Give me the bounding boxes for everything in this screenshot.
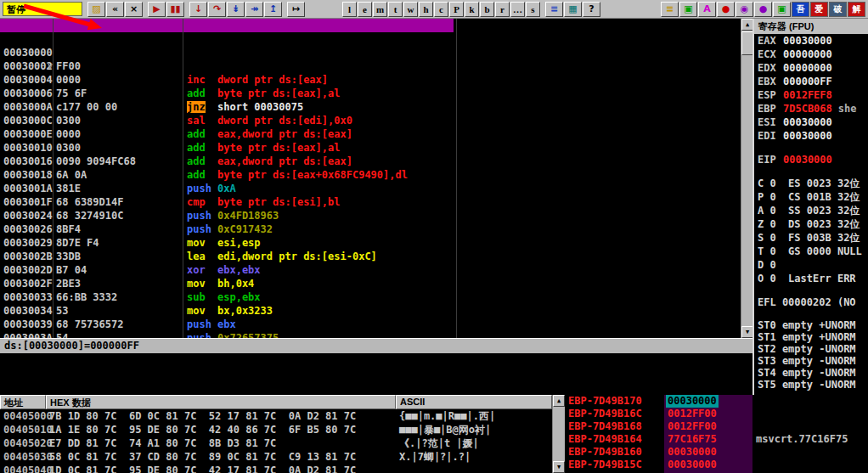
disasm-row[interactable]: 00030029 33DB xorebx,ebx [0, 209, 454, 222]
stack-row[interactable]: EBP-7D49B160 00030000 [565, 446, 868, 459]
letter-button[interactable]: b [480, 2, 494, 17]
letter-button[interactable]: m [373, 2, 387, 17]
step-over-button[interactable]: ↷ [208, 2, 226, 17]
disassembly-pane[interactable]: 00030000 FF00 incdword ptr ds:[eax] 0003… [0, 19, 741, 338]
wu-char-button[interactable]: 吾 [792, 2, 809, 17]
disasm-row[interactable]: 00030024 8BF4 movesi,esp [0, 182, 454, 195]
run-button[interactable]: ▶ [148, 2, 166, 17]
stack-pane[interactable]: EBP-7D49B170 00030000 EBP-7D49B16C 0012F… [565, 395, 868, 473]
jie-char-button[interactable]: 解 [848, 2, 865, 17]
list-lines-icon-button[interactable]: ≡ [661, 2, 679, 17]
fpu-row[interactable]: ST1 empty +UNORM [754, 331, 868, 343]
flag-row[interactable]: C 0 ES 0023 32位 [754, 177, 868, 190]
execute-till-return-button[interactable]: ↥ [264, 2, 282, 17]
stack-row[interactable]: EBP-7D49B16C 0012FF00 [565, 408, 868, 420]
flag-row[interactable]: S 0 FS 003B 32位 [754, 231, 868, 245]
registers-pane[interactable]: 寄存器 (FPU) EAX00030000ECX00000000EDX00000… [752, 19, 868, 395]
fpu-row[interactable]: ST4 empty -UNORM [754, 367, 868, 379]
scroll-up-icon[interactable]: ▲ [553, 395, 565, 407]
dump-pane[interactable]: 地址 HEX 数据 ASCII 00405000 7B 1D 80 7C 6D … [0, 395, 552, 473]
dump-row[interactable]: 00405030 58 0C 81 7C 37 CD 80 7C 89 0C 8… [0, 450, 552, 464]
disasm-row[interactable]: 0003003A 33D2 xoredx,edx [0, 304, 454, 318]
disasm-row[interactable]: 0003003C 64:8B5A 30 movebx,dword ptr fs:… [0, 318, 454, 331]
fpu-row[interactable]: ST0 empty +UNORM [754, 319, 868, 331]
eip-row[interactable]: EIP00030000 [754, 153, 868, 166]
stack-row[interactable]: EBP-7D49B170 00030000 [565, 395, 868, 408]
disasm-row[interactable]: 00030000 FF00 incdword ptr ds:[eax] [0, 19, 454, 32]
efl-row[interactable]: EFL 00000202 (NO [754, 296, 868, 309]
disasm-row[interactable]: v 00030004 75 6F jnzshort 00030075 [0, 46, 454, 59]
disasm-row[interactable]: 00030033 53 pushebx [0, 263, 454, 277]
disasm-row[interactable]: 00030026 8D7E F4 leaedi,dword ptr ds:[es… [0, 195, 454, 209]
go-to-button[interactable]: ↦ [287, 2, 305, 17]
register-row[interactable]: EBP7D5CB068she [754, 102, 868, 115]
disasm-row[interactable]: 00030016 6A 0A push0xA [0, 127, 454, 141]
dump-row[interactable]: 00405020 E7 DD 81 7C 74 A1 80 7C 8B D3 8… [0, 436, 552, 450]
letter-button[interactable]: c [434, 2, 448, 17]
disasm-row[interactable]: 00030010 0090 9094FC68 addbyte ptr ds:[e… [0, 114, 454, 127]
step-into-button[interactable]: ↓ [189, 2, 207, 17]
red-dot-icon-button[interactable]: ● [717, 2, 735, 17]
register-row[interactable]: ESP0012FEF8 [754, 88, 868, 102]
stack-row[interactable]: EBP-7D49B15C 00030000 [565, 459, 868, 471]
windows-list-button[interactable]: ▦ [564, 2, 582, 17]
letter-button[interactable]: e [358, 2, 372, 17]
flag-row[interactable]: P 0 CS 001B 32位 [754, 190, 868, 204]
stack-row[interactable]: EBP-7D49B168 0012FF00 [565, 420, 868, 433]
disasm-row[interactable]: 0003002F 66:BB 3332 movbx,0x3233 [0, 250, 454, 263]
menu-lines-button[interactable]: ≡ [545, 2, 563, 17]
disasm-row[interactable]: 0003002B B7 04 movbh,0x4 [0, 222, 454, 236]
purple-dot-icon-button[interactable]: ● [754, 2, 772, 17]
dump-row[interactable]: 00405000 7B 1D 80 7C 6D 0C 81 7C 52 17 8… [0, 409, 552, 423]
register-row[interactable]: EDX00000000 [754, 61, 868, 75]
dump-row[interactable]: 00405010 1A 1E 80 7C 95 DE 80 7C 42 40 8… [0, 423, 552, 436]
letter-button[interactable]: w [403, 2, 418, 17]
flag-row[interactable]: O 0 LastErr ERR [754, 272, 868, 285]
flag-row[interactable]: A 0 SS 0023 32位 [754, 204, 868, 217]
letter-button[interactable]: h [419, 2, 433, 17]
disasm-row[interactable]: 00030002 0000 addbyte ptr ds:[eax],al [0, 32, 454, 46]
register-row[interactable]: ECX00000000 [754, 48, 868, 61]
scroll-down-icon[interactable]: ▼ [741, 326, 753, 338]
disasm-row[interactable]: 0003001F 68 3274910C push0xC917432 [0, 168, 454, 182]
disasm-row[interactable]: 0003000E 0300 addeax,dword ptr ds:[eax] [0, 100, 454, 114]
disasm-row[interactable]: 0003000C 0000 addbyte ptr ds:[eax],al [0, 87, 454, 100]
register-row[interactable]: ESI00030000 [754, 115, 868, 129]
disasm-row[interactable]: 00030034 68 75736572 push0x72657375 [0, 277, 454, 290]
animate-over-button[interactable]: ↠ [245, 2, 263, 17]
register-row[interactable]: EBX000000FF [754, 75, 868, 88]
letter-button[interactable]: P [449, 2, 464, 17]
fpu-row[interactable]: ST3 empty -UNORM [754, 355, 868, 367]
po-char-button[interactable]: 破 [829, 2, 847, 17]
letter-button[interactable]: … [510, 2, 525, 17]
disasm-row[interactable]: 00030018 381E cmpbyte ptr ds:[esi],bl [0, 141, 454, 155]
flag-row[interactable]: Z 0 DS 0023 32位 [754, 217, 868, 231]
fpu-row[interactable]: ST5 empty -UNORM [754, 379, 868, 391]
open-file-button[interactable]: ▨ [87, 2, 105, 17]
stack-row[interactable]: EBP-7D49B164 77C16F75 msvcrt.77C16F75 [565, 433, 868, 446]
purple-ring-icon-button[interactable]: ◉ [736, 2, 753, 17]
letter-button[interactable]: s [526, 2, 540, 17]
letter-button[interactable]: r [495, 2, 510, 17]
disasm-row[interactable]: 00030039 54 pushesp [0, 290, 454, 304]
ai-char-button[interactable]: 爱 [810, 2, 828, 17]
green-window-icon-button[interactable]: ▣ [679, 2, 697, 17]
disasm-row[interactable]: 0003000A 0300 addeax,dword ptr ds:[eax] [0, 73, 454, 87]
dump-scrollbar[interactable]: ▲ ▼ [552, 395, 565, 473]
dump-row[interactable]: 00405040 1D 0C 81 7C 95 DE 80 7C 42 17 8… [0, 464, 552, 473]
scroll-thumb[interactable] [741, 31, 753, 55]
close-button[interactable]: × [125, 2, 143, 17]
flag-row[interactable]: T 0 GS 0000 NULL [754, 245, 868, 258]
letter-button[interactable]: l [342, 2, 357, 17]
animate-into-button[interactable]: ↡ [227, 2, 245, 17]
disasm-row[interactable]: 00030006 c177 00 00 saldword ptr ds:[edi… [0, 59, 454, 73]
disasm-row[interactable]: 0003001A 68 6389D14F push0x4FD18963 [0, 155, 454, 168]
letter-button[interactable]: k [465, 2, 479, 17]
register-row[interactable]: EDI00030000 [754, 129, 868, 143]
pause-button[interactable]: ▮▮ [166, 2, 184, 17]
letter-a-icon-button[interactable]: A [698, 2, 716, 17]
flag-row[interactable]: D 0 [754, 258, 868, 272]
restart-button[interactable]: « [106, 2, 124, 17]
help-button[interactable]: ? [583, 2, 600, 17]
scroll-up-icon[interactable]: ▲ [741, 19, 753, 31]
